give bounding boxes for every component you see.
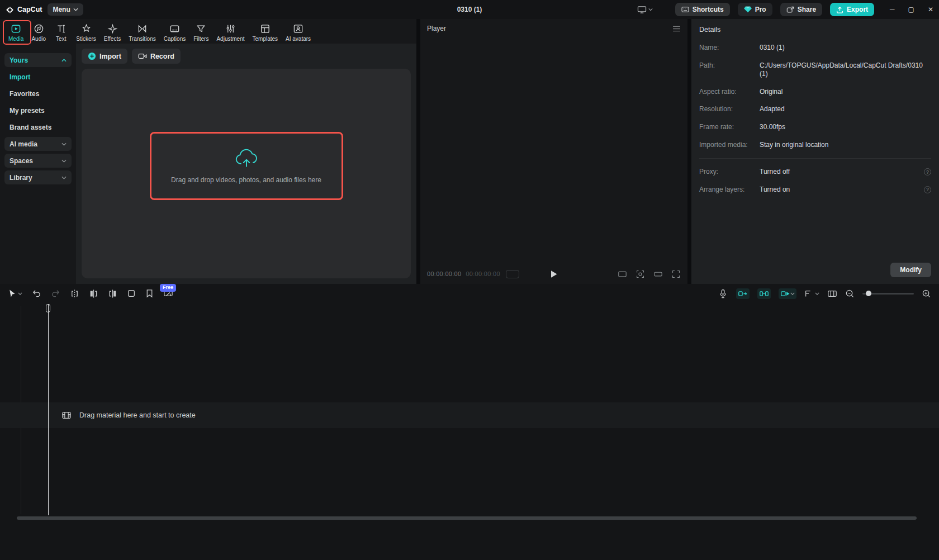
smart-edit-button[interactable]: Free [163, 289, 173, 298]
delete-left-icon[interactable] [89, 289, 98, 298]
tab-filters[interactable]: Filters [189, 21, 212, 44]
menu-button[interactable]: Menu [48, 3, 83, 16]
chevron-down-icon [61, 159, 67, 163]
media-content: Import Record Drag and drop videos, phot… [76, 44, 416, 284]
tab-label: Audio [31, 36, 46, 42]
help-icon[interactable]: ? [924, 186, 931, 193]
tab-label: Transitions [129, 36, 156, 42]
auto-ripple-toggle[interactable] [736, 288, 750, 299]
tab-label: Effects [104, 36, 121, 42]
track-placeholder[interactable]: Drag material here and start to create [0, 402, 939, 428]
sidebar-item-label: Library [10, 174, 32, 182]
sidebar-item-my-presets[interactable]: My presets [4, 103, 72, 117]
tab-stickers[interactable]: Stickers [72, 21, 100, 44]
camera-icon [138, 53, 147, 60]
details-title: Details [691, 19, 939, 39]
mark-icon[interactable] [145, 289, 154, 298]
track-options-button[interactable] [804, 290, 819, 298]
tab-media[interactable]: Media [4, 21, 27, 44]
export-button[interactable]: Export [830, 3, 874, 16]
import-button[interactable]: Import [82, 49, 127, 64]
tab-effects[interactable]: Effects [100, 21, 125, 44]
aspect-ratio-icon[interactable] [618, 270, 627, 278]
media-actions: Import Record [76, 44, 416, 64]
share-icon [786, 6, 794, 13]
tab-adjustment[interactable]: Adjustment [212, 21, 248, 44]
player-controls: 00:00:00:00 00:00:00:00 [420, 264, 687, 284]
zoom-in-icon[interactable] [922, 289, 931, 298]
tab-label: Text [56, 36, 66, 42]
chevron-down-icon [815, 292, 819, 295]
zoom-out-icon[interactable] [845, 289, 855, 298]
ribbon-tabs: Media Audio Text Stickers Effects Transi… [0, 19, 416, 44]
tab-label: Filters [193, 36, 208, 42]
sidebar-item-brand-assets[interactable]: Brand assets [4, 120, 72, 134]
window-controls: ─ ▢ ✕ [890, 6, 933, 13]
tab-ai-avatars[interactable]: AI avatars [282, 21, 315, 44]
fullscreen-icon[interactable] [671, 269, 681, 279]
sidebar-item-favorites[interactable]: Favorites [4, 87, 72, 101]
chevron-down-icon [790, 292, 795, 295]
delete-clip-icon[interactable] [127, 289, 136, 298]
tab-captions[interactable]: Captions [160, 21, 189, 44]
monitor-icon [637, 6, 647, 14]
playhead[interactable] [48, 304, 49, 515]
split-icon[interactable] [70, 289, 79, 298]
preview-frames-icon[interactable] [827, 290, 837, 298]
app-logo: CapCut [6, 6, 42, 14]
display-device-button[interactable] [637, 6, 653, 14]
sidebar-item-label: Favorites [10, 90, 39, 98]
canvas-size-icon[interactable] [653, 270, 663, 278]
sidebar-item-ai-media[interactable]: AI media [4, 137, 72, 151]
magnetic-snap-toggle[interactable] [757, 288, 771, 299]
capcut-logo-icon [6, 6, 14, 14]
field-label: Imported media: [699, 141, 760, 149]
help-icon[interactable]: ? [924, 168, 931, 175]
pro-badge[interactable]: Pro [738, 3, 772, 16]
fit-to-frame-icon[interactable] [636, 269, 645, 279]
field-value: Original [760, 88, 931, 97]
microphone-icon[interactable] [719, 289, 727, 298]
playhead-handle[interactable] [46, 304, 50, 312]
close-button[interactable]: ✕ [928, 6, 933, 13]
field-value: C:/Users/TOPGUS/AppData/Local/CapCut Dra… [760, 61, 931, 79]
modify-button[interactable]: Modify [890, 263, 931, 277]
zoom-slider-handle[interactable] [866, 291, 871, 296]
sidebar-item-import[interactable]: Import [4, 70, 72, 84]
record-button[interactable]: Record [132, 49, 181, 64]
share-label: Share [798, 6, 816, 13]
tab-label: Media [8, 36, 23, 42]
timecode-options-button[interactable] [506, 270, 519, 278]
timeline-tracks-area[interactable]: Drag material here and start to create [0, 303, 939, 560]
media-library-panel: Media Audio Text Stickers Effects Transi… [0, 19, 416, 284]
tab-text[interactable]: Text [50, 21, 72, 44]
tab-transitions[interactable]: Transitions [125, 21, 160, 44]
sidebar-item-library[interactable]: Library [4, 170, 72, 184]
details-field-proxy: Proxy: Turned off ? [691, 163, 939, 181]
select-tool-button[interactable] [8, 289, 22, 298]
chevron-down-icon [18, 292, 22, 295]
media-dropzone[interactable]: Drag and drop videos, photos, and audio … [82, 69, 411, 278]
undo-button[interactable] [32, 289, 41, 298]
details-divider [699, 158, 931, 159]
total-timecode: 00:00:00:00 [466, 270, 500, 277]
minimize-button[interactable]: ─ [890, 6, 895, 13]
maximize-button[interactable]: ▢ [908, 6, 914, 13]
sidebar-item-yours[interactable]: Yours [4, 53, 72, 67]
play-button[interactable] [551, 270, 558, 278]
field-label: Arrange layers: [699, 186, 760, 193]
delete-right-icon[interactable] [108, 289, 117, 298]
player-panel: Player 00:00:00:00 00:00:00:00 [420, 19, 687, 284]
redo-button[interactable] [51, 289, 60, 298]
horizontal-scrollbar[interactable] [17, 516, 917, 520]
sidebar-item-spaces[interactable]: Spaces [4, 154, 72, 168]
link-clips-toggle[interactable] [779, 288, 796, 299]
tab-templates[interactable]: Templates [248, 21, 282, 44]
timeline-section: Free [0, 284, 939, 560]
shortcuts-button[interactable]: Shortcuts [675, 3, 730, 16]
player-menu-icon[interactable] [672, 26, 681, 32]
share-button[interactable]: Share [780, 3, 822, 16]
timeline-zoom-slider[interactable] [862, 293, 914, 295]
audio-icon [34, 23, 44, 34]
tab-audio[interactable]: Audio [27, 21, 50, 44]
